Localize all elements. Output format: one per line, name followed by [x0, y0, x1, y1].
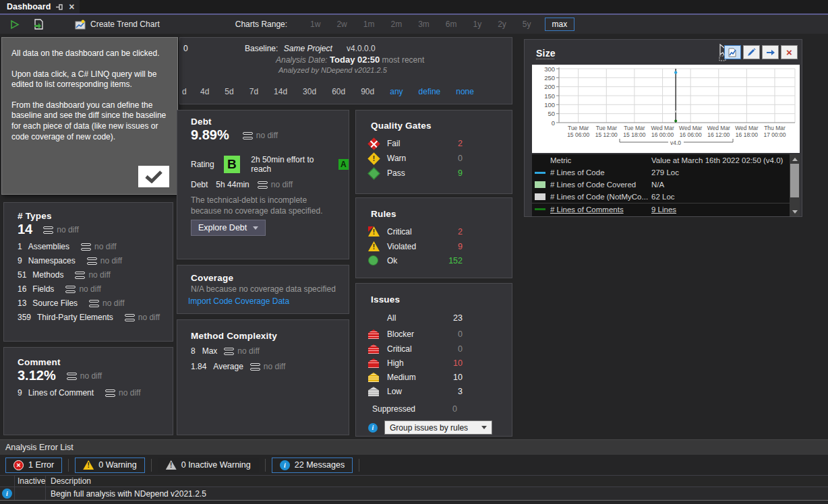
types-no-diff[interactable]: no diff: [43, 225, 78, 234]
pass-count[interactable]: 9: [437, 168, 463, 178]
inactive-warnings-filter-button[interactable]: 0 Inactive Warning: [158, 458, 259, 473]
range-4d[interactable]: 4d: [200, 87, 209, 96]
types-row-third-party[interactable]: 359Third-Party Elements no diff: [18, 313, 160, 322]
no-diff[interactable]: no diff: [250, 362, 285, 371]
range-90d[interactable]: 90d: [361, 87, 374, 96]
issues-low-row[interactable]: Low 3: [368, 387, 463, 396]
methods-count[interactable]: 51: [18, 270, 26, 280]
quality-gate-warn-row[interactable]: Warn 0: [369, 154, 463, 163]
no-diff[interactable]: no diff: [105, 388, 140, 398]
baseline-project[interactable]: Same Project: [284, 44, 332, 53]
debt-value[interactable]: 5h 44min: [216, 180, 249, 189]
medium-count[interactable]: 10: [437, 373, 463, 382]
no-diff[interactable]: no diff: [67, 371, 102, 381]
source-files-count[interactable]: 13: [18, 298, 26, 308]
types-row-assemblies[interactable]: 1Assemblies no diff: [18, 242, 117, 251]
size-trend-chart[interactable]: 300 250 200 150 100 50 0 Tue Mar15 06:00…: [532, 65, 800, 153]
complexity-max-row[interactable]: 8 Max no diff: [191, 346, 260, 356]
complexity-max-value[interactable]: 8: [191, 346, 196, 356]
types-row-methods[interactable]: 51Methods no diff: [18, 270, 111, 280]
issues-critical-row[interactable]: Critical 0: [368, 344, 463, 354]
create-trend-chart-button[interactable]: Create Trend Chart: [75, 20, 160, 30]
issues-medium-row[interactable]: Medium 10: [368, 373, 463, 382]
range-none-link[interactable]: none: [456, 87, 474, 96]
range-14d[interactable]: 14d: [274, 87, 287, 96]
blocker-count[interactable]: 0: [437, 329, 463, 339]
rules-critical-row[interactable]: Critical 2: [368, 226, 463, 237]
issues-high-row[interactable]: High 10: [368, 358, 463, 368]
scrollbar-thumb[interactable]: [790, 164, 799, 197]
scroll-up-icon[interactable]: [790, 154, 800, 164]
no-diff[interactable]: no diff: [65, 284, 100, 294]
legend-row-covered[interactable]: # Lines of Code Covered N/A: [532, 179, 800, 191]
types-total[interactable]: 14: [18, 222, 32, 237]
fail-count[interactable]: 2: [437, 139, 463, 148]
complexity-average-value[interactable]: 1.84: [191, 362, 206, 371]
no-diff[interactable]: no diff: [125, 313, 160, 322]
comment-lines-row[interactable]: 9 Lines of Comment no diff: [18, 388, 141, 398]
rules-ok-row[interactable]: Ok 152: [368, 255, 463, 265]
target-rating-badge[interactable]: A: [338, 159, 349, 170]
critical-count[interactable]: 0: [437, 344, 463, 354]
size-title[interactable]: Size: [536, 48, 556, 59]
legend-row-notmycode[interactable]: # Lines of Code (NotMyCo... 62 Loc: [532, 191, 800, 203]
group-issues-combo[interactable]: Group issues by rules: [384, 420, 492, 435]
no-diff[interactable]: no diff: [87, 256, 122, 265]
debt-rating-badge[interactable]: B: [224, 156, 241, 173]
range-1w[interactable]: 1w: [302, 18, 328, 30]
no-diff[interactable]: no diff: [89, 298, 124, 308]
edit-chart-button[interactable]: [743, 45, 760, 59]
close-icon[interactable]: ×: [69, 2, 74, 11]
close-chart-button[interactable]: [781, 45, 798, 59]
range-60d[interactable]: 60d: [332, 87, 345, 96]
range-5d[interactable]: 5d: [225, 87, 233, 96]
assemblies-count[interactable]: 1: [18, 242, 22, 251]
pin-icon[interactable]: [56, 3, 63, 11]
no-diff[interactable]: no diff: [258, 180, 293, 189]
debt-percent[interactable]: 9.89%: [191, 127, 229, 143]
issues-all-count[interactable]: 23: [437, 313, 463, 323]
export-report-icon[interactable]: [33, 19, 44, 30]
ok-rules-count[interactable]: 152: [437, 256, 463, 265]
comment-percent[interactable]: 3.12%: [18, 368, 56, 383]
legend-scrollbar[interactable]: [790, 154, 800, 216]
comment-lines-count[interactable]: 9: [18, 388, 22, 398]
run-analysis-icon[interactable]: [9, 20, 20, 30]
range-max-selected[interactable]: max: [545, 18, 575, 31]
errors-filter-button[interactable]: 1 Error: [5, 458, 62, 473]
quality-gate-pass-row[interactable]: Pass 9: [369, 168, 463, 178]
export-chart-button[interactable]: [762, 45, 779, 59]
messages-filter-button[interactable]: 22 Messages: [272, 458, 353, 473]
description-column-header[interactable]: Description: [46, 476, 828, 486]
import-coverage-link[interactable]: Import Code Coverage Data: [188, 296, 289, 306]
third-party-count[interactable]: 359: [18, 313, 31, 322]
no-diff[interactable]: no diff: [81, 242, 116, 251]
warnings-filter-button[interactable]: 0 Warning: [75, 458, 145, 473]
effort-text[interactable]: 2h 50min effort to reach: [251, 155, 332, 174]
fields-count[interactable]: 16: [18, 284, 26, 294]
table-row[interactable]: Begin full analysis with NDepend v2021.2…: [0, 487, 828, 501]
issues-blocker-row[interactable]: Blocker 0: [368, 329, 463, 339]
types-row-source-files[interactable]: 13Source Files no diff: [18, 298, 125, 308]
high-count[interactable]: 10: [437, 358, 463, 368]
no-diff[interactable]: no diff: [243, 131, 278, 140]
no-diff[interactable]: no diff: [224, 346, 259, 356]
issues-all-row[interactable]: All 23: [368, 313, 463, 323]
namespaces-count[interactable]: 9: [18, 256, 22, 265]
low-count[interactable]: 3: [437, 387, 463, 396]
types-row-fields[interactable]: 16Fields no diff: [18, 284, 101, 294]
complexity-average-row[interactable]: 1.84 Average no diff: [191, 362, 285, 371]
inactive-column-header[interactable]: Inactive: [15, 476, 46, 486]
dismiss-help-button[interactable]: [138, 166, 169, 187]
quality-gate-fail-row[interactable]: Fail 2: [369, 139, 463, 148]
types-row-namespaces[interactable]: 9Namespaces no diff: [18, 256, 122, 265]
scroll-down-icon[interactable]: [790, 207, 800, 216]
range-1y[interactable]: 1y: [465, 18, 490, 30]
range-2m[interactable]: 2m: [382, 18, 410, 30]
range-define-link[interactable]: define: [419, 87, 441, 96]
legend-row-loc[interactable]: # Lines of Code 279 Loc: [532, 166, 800, 179]
range-2y[interactable]: 2y: [490, 18, 514, 30]
no-diff[interactable]: no diff: [75, 270, 110, 280]
range-6m[interactable]: 6m: [438, 18, 465, 30]
tab-dashboard[interactable]: Dashboard ×: [0, 0, 80, 13]
